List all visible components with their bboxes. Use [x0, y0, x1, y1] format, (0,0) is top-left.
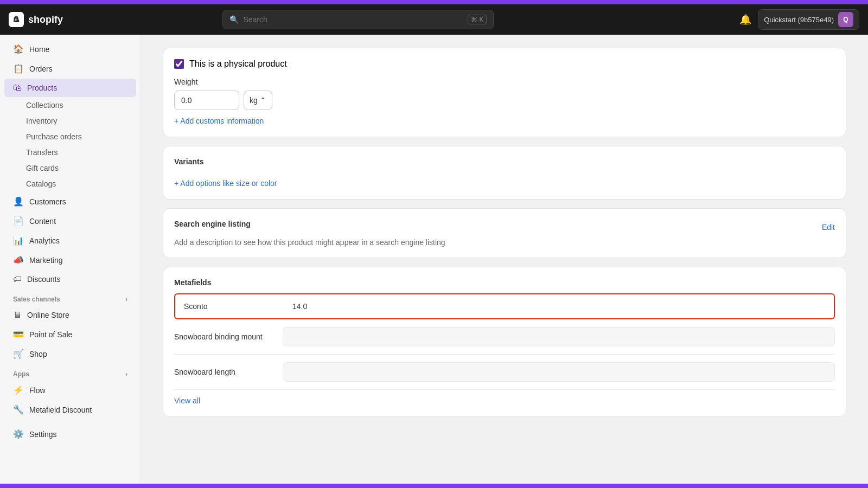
home-icon: 🏠 [13, 44, 24, 54]
sidebar-sub-item-catalogs[interactable]: Catalogs [4, 176, 136, 191]
shop-label: Shop [29, 350, 47, 358]
weight-label: Weight [174, 78, 835, 86]
binding-mount-label: Snowboard binding mount [174, 332, 283, 341]
header: shopify 🔍 ⌘ K 🔔 Quickstart (9b575e49) Q [0, 4, 868, 35]
sidebar-item-discounts-label: Discounts [27, 275, 60, 284]
search-bar[interactable]: 🔍 ⌘ K [222, 10, 494, 29]
weight-unit-select[interactable]: kg ⌃ [244, 91, 272, 110]
apps-section: Apps › [0, 364, 141, 380]
sidebar-item-home[interactable]: 🏠 Home [4, 40, 136, 59]
account-name: Quickstart (9b575e49) [764, 16, 834, 24]
weight-row: kg ⌃ [174, 91, 835, 110]
physical-product-label: This is a physical product [189, 59, 287, 69]
settings-label: Settings [29, 430, 57, 439]
metafields-title: Metafields [174, 278, 835, 287]
seo-title: Search engine listing [174, 220, 251, 228]
sidebar-item-shop[interactable]: 🛒 Shop [4, 344, 136, 363]
catalogs-label: Catalogs [26, 179, 56, 188]
sidebar-item-products[interactable]: 🛍 Products [4, 79, 136, 97]
search-input[interactable] [243, 15, 463, 24]
logo[interactable]: shopify [9, 12, 95, 27]
sidebar-item-point-of-sale[interactable]: 💳 Point of Sale [4, 325, 136, 344]
sidebar-sub-item-collections[interactable]: Collections [4, 98, 136, 113]
sidebar-item-metafield-discount[interactable]: 🔧 Metafield Discount [4, 400, 136, 419]
shop-icon: 🛒 [13, 349, 24, 359]
main-content: This is a physical product Weight kg ⌃ +… [141, 35, 868, 484]
online-store-icon: 🖥 [13, 310, 22, 320]
sidebar-item-home-label: Home [29, 45, 49, 54]
top-bar [0, 0, 868, 4]
customers-icon: 👤 [13, 196, 24, 207]
sidebar-sub-item-gift-cards[interactable]: Gift cards [4, 160, 136, 176]
metafield-row-binding-mount: Snowboard binding mount [174, 319, 835, 355]
marketing-icon: 📣 [13, 255, 24, 265]
sidebar-item-marketing-label: Marketing [29, 256, 62, 265]
sidebar-item-marketing[interactable]: 📣 Marketing [4, 251, 136, 269]
online-store-label: Online Store [27, 311, 69, 319]
apps-arrow-icon[interactable]: › [125, 370, 127, 378]
metafield-row-length: Snowboard length [174, 355, 835, 390]
header-right: 🔔 Quickstart (9b575e49) Q [739, 9, 859, 30]
sidebar-item-content-label: Content [29, 217, 56, 226]
snowboard-length-label: Snowboard length [174, 368, 283, 376]
sidebar-sub-item-inventory[interactable]: Inventory [4, 113, 136, 129]
weight-unit-chevron-icon: ⌃ [260, 96, 266, 105]
binding-mount-input[interactable] [283, 327, 835, 346]
weight-unit-label: kg [250, 96, 258, 105]
sales-channels-arrow-icon[interactable]: › [125, 296, 127, 303]
purchase-orders-label: Purchase orders [26, 132, 82, 141]
notification-bell-icon[interactable]: 🔔 [739, 14, 751, 25]
metafield-discount-label: Metafield Discount [29, 406, 92, 414]
main-layout: 🏠 Home 📋 Orders 🛍 Products Collections I… [0, 35, 868, 484]
sidebar-item-orders[interactable]: 📋 Orders [4, 59, 136, 78]
shipping-card: This is a physical product Weight kg ⌃ +… [163, 48, 846, 137]
avatar: Q [838, 12, 853, 27]
sidebar-item-analytics[interactable]: 📊 Analytics [4, 231, 136, 250]
account-button[interactable]: Quickstart (9b575e49) Q [758, 9, 859, 30]
shopify-logo-icon [9, 12, 24, 27]
sidebar-item-discounts[interactable]: 🏷 Discounts [4, 270, 136, 288]
settings-icon: ⚙️ [13, 429, 24, 439]
sidebar-sub-item-transfers[interactable]: Transfers [4, 145, 136, 160]
metafields-card: Metafields Sconto 14.0 Snowboard binding… [163, 267, 846, 417]
variants-card: Variants + Add options like size or colo… [163, 146, 846, 200]
search-icon: 🔍 [229, 15, 239, 24]
point-of-sale-icon: 💳 [13, 329, 24, 339]
sidebar-item-settings[interactable]: ⚙️ Settings [4, 425, 136, 444]
variants-title: Variants [174, 157, 835, 166]
sidebar: 🏠 Home 📋 Orders 🛍 Products Collections I… [0, 35, 141, 484]
physical-product-row: This is a physical product [174, 59, 835, 69]
sconto-value: 14.0 [292, 302, 825, 311]
products-icon: 🛍 [13, 83, 22, 93]
sconto-label: Sconto [184, 302, 292, 311]
weight-input[interactable] [174, 91, 239, 110]
snowboard-length-input[interactable] [283, 362, 835, 382]
sidebar-item-analytics-label: Analytics [29, 236, 60, 245]
point-of-sale-label: Point of Sale [29, 330, 72, 339]
inventory-label: Inventory [26, 117, 58, 125]
physical-product-checkbox[interactable] [174, 59, 184, 69]
sidebar-item-customers[interactable]: 👤 Customers [4, 192, 136, 211]
flow-icon: ⚡ [13, 385, 24, 395]
discounts-icon: 🏷 [13, 274, 22, 284]
metafield-discount-icon: 🔧 [13, 404, 24, 415]
sidebar-item-orders-label: Orders [29, 65, 53, 73]
sidebar-item-flow[interactable]: ⚡ Flow [4, 381, 136, 400]
sidebar-item-products-label: Products [27, 84, 57, 92]
add-customs-link[interactable]: + Add customs information [174, 117, 264, 125]
gift-cards-label: Gift cards [26, 164, 59, 172]
view-all-link[interactable]: View all [174, 396, 200, 405]
content-icon: 📄 [13, 216, 24, 226]
collections-label: Collections [26, 101, 63, 110]
sidebar-item-online-store[interactable]: 🖥 Online Store [4, 306, 136, 324]
avatar-initials: Q [843, 16, 848, 23]
seo-edit-link[interactable]: Edit [822, 223, 835, 232]
orders-icon: 📋 [13, 63, 24, 74]
bottom-bar [0, 484, 868, 488]
seo-description: Add a description to see how this produc… [174, 238, 835, 247]
add-variants-link[interactable]: + Add options like size or color [174, 179, 277, 188]
sidebar-sub-item-purchase-orders[interactable]: Purchase orders [4, 129, 136, 144]
sidebar-item-content[interactable]: 📄 Content [4, 211, 136, 230]
seo-header: Search engine listing Edit [174, 220, 835, 235]
apps-label: Apps [13, 370, 29, 378]
